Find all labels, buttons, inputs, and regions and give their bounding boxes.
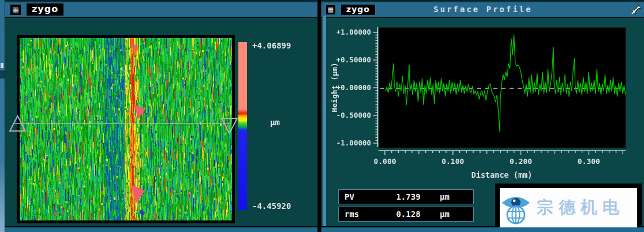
x-tick-label: 0.300 — [571, 157, 606, 166]
rms-readout: rms 0.128 µm — [338, 207, 474, 222]
colorbar-min-label: -4.45920 — [252, 201, 291, 211]
profile-trace — [385, 35, 626, 132]
surface-map-frame — [17, 35, 235, 223]
profile-plot-area[interactable] — [379, 27, 626, 148]
rms-label: rms — [339, 209, 380, 219]
pv-label: PV — [339, 192, 380, 201]
desktop: { "colors": { "titlebar": "#27698c", "pa… — [0, 0, 644, 232]
window-bottom-border — [5, 226, 317, 232]
window-left-bevel — [323, 16, 326, 226]
colorbar-max-label: +4.06899 — [252, 41, 291, 50]
window-title: Surface Profile — [321, 2, 644, 17]
pin-icon[interactable] — [631, 4, 642, 15]
y-tick-label: -1.00000 — [330, 139, 371, 147]
surface-map-titlebar: ▦ zygo — [5, 1, 317, 18]
surface-map-window: ▦ zygo +4.06899 µm -4.45920 — [5, 0, 318, 232]
surface-profile-titlebar: ▦ zygo Surface Profile — [321, 1, 644, 18]
x-axis-title: Distance (mm) — [379, 170, 625, 179]
background-window-notch — [0, 70, 5, 78]
rms-unit: µm — [436, 209, 473, 219]
x-tick-label: 0.200 — [504, 157, 538, 166]
x-tick-label: 0.100 — [436, 157, 470, 166]
pv-unit: µm — [436, 192, 473, 201]
background-window-fragment — [1, 63, 3, 68]
watermark-logo-icon — [500, 190, 532, 226]
rms-value: 0.128 — [380, 209, 436, 219]
watermark-text: 宗德机电 — [537, 196, 624, 219]
window-menu-button[interactable]: ▦ — [10, 5, 21, 15]
pv-readout: PV 1.739 µm — [338, 189, 474, 204]
y-axis-title: Height (µm) — [330, 44, 340, 131]
profile-trace-svg — [379, 28, 626, 148]
colorbar-unit-label: µm — [270, 118, 280, 127]
background-window-edge — [0, 0, 5, 232]
surface-map-canvas[interactable] — [20, 38, 232, 220]
x-tick-label: 0.000 — [368, 157, 402, 166]
watermark: 宗德机电 — [495, 184, 642, 227]
height-colorbar — [238, 42, 247, 210]
y-tick-label: +1.00000 — [330, 28, 371, 36]
zygo-logo: zygo — [27, 3, 63, 16]
pv-value: 1.739 — [380, 192, 436, 201]
watermark-box: 宗德机电 — [500, 188, 637, 227]
